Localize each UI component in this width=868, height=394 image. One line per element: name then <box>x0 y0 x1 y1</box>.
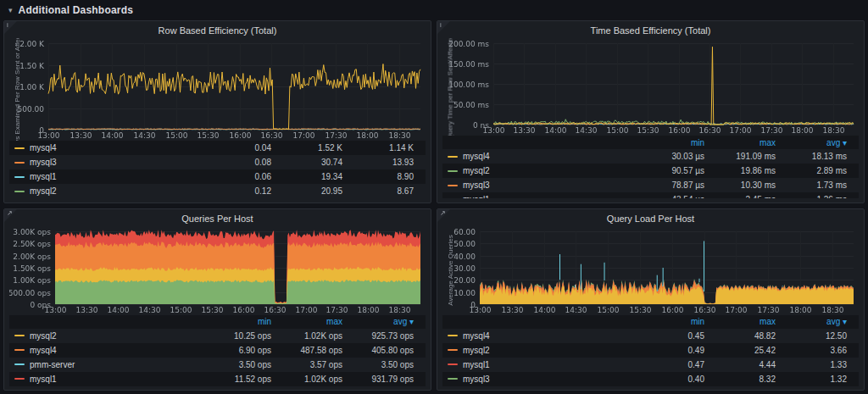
legend-avg-value: 2.89 ms <box>776 166 847 175</box>
chart-canvas[interactable] <box>9 226 426 315</box>
legend-avg-value: 18.13 ms <box>776 152 847 161</box>
legend-min-value: 43.54 µs <box>633 195 704 198</box>
series-name[interactable]: pmm-server <box>30 360 75 369</box>
series-color-marker[interactable] <box>448 185 458 186</box>
legend-max-value: 30.74 <box>271 158 342 167</box>
chart-area: Average Active Queries <box>442 226 859 315</box>
legend-column-avg[interactable]: avg ▾ <box>342 317 414 326</box>
series-color-marker[interactable] <box>448 156 458 158</box>
legend-row: mysql430.03 µs191.09 ms18.13 ms <box>442 149 859 164</box>
series-color-marker[interactable] <box>448 363 458 365</box>
legend-min-value: 0.06 <box>200 172 271 181</box>
series-name[interactable]: mysql2 <box>463 166 490 175</box>
legend-avg-value: 1.26 ms <box>776 195 847 198</box>
legend-row: mysql10.0619.348.90 <box>9 169 426 184</box>
panel-title[interactable]: Row Based Efficiency (Total) <box>9 23 426 38</box>
series-name[interactable]: mysql1 <box>30 375 57 384</box>
info-icon[interactable]: i <box>7 22 8 29</box>
legend-max-value: 3.57 ops <box>271 360 342 369</box>
legend-min-value: 0.12 <box>200 186 271 196</box>
legend-min-value: 0.08 <box>200 158 271 167</box>
legend-column-min[interactable]: min <box>633 138 704 147</box>
legend-row: mysql20.1220.958.67 <box>9 184 426 198</box>
legend-min-value: 10.25 ops <box>200 331 271 341</box>
legend-row: mysql30.408.321.32 <box>442 372 859 386</box>
series-name[interactable]: mysql1 <box>30 172 57 181</box>
legend: mysql40.041.52 K1.14 Kmysql30.0830.7413.… <box>9 141 426 198</box>
legend: minmaxavg ▾mysql430.03 µs191.09 ms18.13 … <box>442 136 859 198</box>
panel-title[interactable]: Query Load Per Host <box>442 211 859 226</box>
legend-row: mysql290.57 µs19.86 ms2.89 ms <box>442 164 859 178</box>
series-color-marker[interactable] <box>14 147 25 149</box>
legend-column-max[interactable]: max <box>704 317 776 326</box>
legend-header: minmaxavg ▾ <box>442 315 859 329</box>
collapsible-section-header[interactable]: ▾ Additional Dashboards <box>0 0 868 20</box>
series-color-marker[interactable] <box>448 378 458 380</box>
series-name[interactable]: mysql4 <box>463 152 490 161</box>
legend-min-value: 3.50 ops <box>200 360 271 369</box>
legend-column-avg[interactable]: avg ▾ <box>776 138 847 147</box>
legend-header: minmaxavg ▾ <box>9 315 426 329</box>
series-name[interactable]: mysql1 <box>463 360 490 369</box>
series-name[interactable]: mysql2 <box>30 186 57 196</box>
series-name[interactable]: mysql4 <box>463 331 490 341</box>
series-name[interactable]: mysql1 <box>463 195 490 198</box>
series-color-marker[interactable] <box>448 170 458 172</box>
series-name[interactable]: mysql4 <box>30 346 57 355</box>
series-color-marker[interactable] <box>14 162 25 164</box>
legend-max-value: 48.82 <box>704 331 776 341</box>
legend-min-value: 0.49 <box>633 346 704 355</box>
chart-canvas[interactable] <box>442 38 859 136</box>
series-color-marker[interactable] <box>448 349 458 351</box>
legend-max-value: 1.52 K <box>271 143 342 153</box>
legend-max-value: 19.34 <box>271 172 342 181</box>
legend-avg-value: 8.90 <box>342 172 414 181</box>
info-icon[interactable]: i <box>440 22 442 29</box>
series-color-marker[interactable] <box>14 176 25 178</box>
legend-column-min[interactable]: min <box>200 317 271 326</box>
chevron-down-icon[interactable]: ▾ <box>8 7 13 14</box>
legend-min-value: 78.87 µs <box>633 180 704 190</box>
legend: minmaxavg ▾mysql210.25 ops1.02K ops925.7… <box>9 315 426 386</box>
legend-avg-value: 12.50 <box>776 331 847 341</box>
chart-area: Rows Examined Per Row Sent or Affected <box>9 38 426 141</box>
panel-links-icon[interactable]: ↗ <box>440 210 446 217</box>
legend-avg-value: 3.66 <box>776 346 847 355</box>
chart-area <box>9 226 426 315</box>
series-name[interactable]: mysql3 <box>463 180 490 190</box>
legend-column-avg[interactable]: avg ▾ <box>776 317 847 326</box>
series-name[interactable]: mysql3 <box>463 375 490 384</box>
legend-avg-value: 1.14 K <box>342 143 414 153</box>
panel-title[interactable]: Queries Per Host <box>9 211 426 226</box>
panel-queries-per-host: ↗ Queries Per Host minmaxavg ▾mysql210.2… <box>3 208 431 391</box>
legend-min-value: 90.57 µs <box>633 166 704 175</box>
chart-canvas[interactable] <box>442 226 859 315</box>
series-name[interactable]: mysql3 <box>30 158 57 167</box>
series-color-marker[interactable] <box>14 378 25 380</box>
chart-canvas[interactable] <box>9 38 426 141</box>
series-name[interactable]: mysql4 <box>30 143 57 153</box>
series-color-marker[interactable] <box>14 191 25 192</box>
legend-avg-value: 3.50 ops <box>342 360 414 369</box>
legend-min-value: 0.04 <box>200 143 271 153</box>
panel-links-icon[interactable]: ↗ <box>7 210 13 217</box>
legend-column-min[interactable]: min <box>633 317 704 326</box>
legend-row: mysql143.54 µs2.45 ms1.26 ms <box>442 192 859 198</box>
legend-max-value: 20.95 <box>271 186 342 196</box>
y-axis-title: Query Time per Row Sent/Affected <box>447 38 454 136</box>
panels-grid: i Row Based Efficiency (Total) Rows Exam… <box>3 20 865 391</box>
panel-title[interactable]: Time Based Efficiency (Total) <box>442 23 859 38</box>
legend-min-value: 30.03 µs <box>633 152 704 161</box>
section-title: Additional Dashboards <box>19 4 134 16</box>
series-name[interactable]: mysql2 <box>463 346 490 355</box>
series-color-marker[interactable] <box>14 349 25 351</box>
legend-row: mysql20.4925.423.66 <box>442 343 859 358</box>
legend-column-max[interactable]: max <box>271 317 342 326</box>
series-color-marker[interactable] <box>14 363 25 365</box>
legend-max-value: 487.58 ops <box>271 346 342 355</box>
panel-query-load-per-host: ↗ Query Load Per Host Average Active Que… <box>437 208 865 391</box>
series-color-marker[interactable] <box>448 335 458 336</box>
legend-column-max[interactable]: max <box>704 138 776 147</box>
series-name[interactable]: mysql2 <box>30 331 57 341</box>
series-color-marker[interactable] <box>14 335 25 336</box>
